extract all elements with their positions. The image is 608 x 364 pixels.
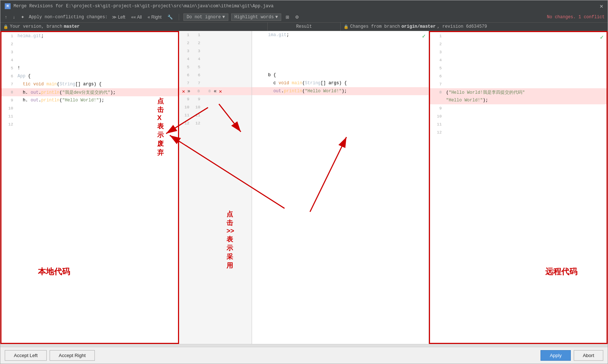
left-line-12: 12 xyxy=(1,120,178,128)
center-check-icon: ✓ xyxy=(422,32,426,40)
center-line-12 xyxy=(252,119,429,127)
footer-right: Apply Abort xyxy=(541,350,603,361)
right-header-label: Changes from branch xyxy=(350,24,400,29)
accept-left-button[interactable]: Accept Left xyxy=(5,350,47,361)
dropdown-arrow2-icon: ▼ xyxy=(275,15,278,20)
left-diff-pane[interactable]: 1 heima.git; 2 3 4 5 ! xyxy=(0,31,179,344)
mid-row-9: 9 9 xyxy=(179,95,252,103)
center-diff-pane[interactable]: ✓ ima.git; xyxy=(252,31,429,344)
center-line-2 xyxy=(252,39,429,47)
center-line-6: b { xyxy=(252,71,429,79)
left-line-6: 6 App { xyxy=(1,72,178,80)
reject-left-button[interactable]: ✕ xyxy=(181,88,186,94)
highlight-words-dropdown[interactable]: Highlight words ▼ xyxy=(231,13,281,21)
left-line-1: 1 heima.git; xyxy=(1,32,178,40)
all-button[interactable]: «« All xyxy=(129,14,143,20)
left-line-9: 9 h. out.println("Hello World!"); xyxy=(1,96,178,104)
mid-row-8: ✕ » 8 8 « ✕ xyxy=(179,87,252,95)
middle-controls: 1 1 2 2 3 3 4 4 5 5 xyxy=(179,31,252,127)
left-line-11: 11 xyxy=(1,112,178,120)
center-line-4 xyxy=(252,55,429,63)
mid-row-5: 5 5 xyxy=(179,63,252,71)
header-row: 🔒 Your version, branch master Result 🔒 C… xyxy=(0,23,608,31)
footer-left: Accept Left Accept Right xyxy=(5,350,95,361)
mid-row-11: 11 11 xyxy=(179,111,252,119)
left-line-5: 5 ! xyxy=(1,64,178,72)
middle-result-pane[interactable]: 1 1 2 2 3 3 4 4 5 5 xyxy=(179,31,252,344)
right-line-3: 3 xyxy=(430,48,607,56)
mid-row-7: 7 7 xyxy=(179,79,252,87)
status-area: No changes. 1 conflict xyxy=(547,15,605,20)
merge-window: M Merge Revisions for E:\project-sk\git-… xyxy=(0,0,608,364)
mid-row-12: 12 12 xyxy=(179,119,252,127)
left-line-8: 8 h. out.println("我是dev分支提交的代"); xyxy=(1,88,178,96)
center-header: Result xyxy=(268,23,341,31)
center-code-lines: ima.git; xyxy=(252,31,429,127)
right-branch-name: origin/master xyxy=(402,24,436,29)
right-line-6: 6 xyxy=(430,72,607,80)
right-line-9: 9 xyxy=(430,104,607,112)
left-header: 🔒 Your version, branch master xyxy=(0,23,268,31)
center-line-11 xyxy=(252,111,429,119)
left-line-10: 10 xyxy=(1,104,178,112)
left-header-label: Your version, branch xyxy=(10,24,62,29)
columns-button[interactable]: ⊞ xyxy=(284,14,291,20)
left-line-7: 7 tic void main(String[] args) { xyxy=(1,80,178,88)
up-arrow-button[interactable]: ↑ xyxy=(3,14,8,20)
accept-right-button[interactable]: « xyxy=(213,88,217,94)
mid-row-10: 10 10 xyxy=(179,103,252,111)
mid-row-6: 6 6 xyxy=(179,71,252,79)
right-check-icon: ✓ xyxy=(600,34,604,41)
do-not-ignore-dropdown[interactable]: Do not ignore ▼ xyxy=(183,13,228,21)
center-line-1: ima.git; xyxy=(252,31,429,39)
right-line-1: 1 xyxy=(430,32,607,40)
center-line-7: c void main(String[] args) { xyxy=(252,79,429,87)
title-bar-left: M Merge Revisions for E:\project-sk\git-… xyxy=(5,3,274,9)
apply-label: Apply non-conflicting changes: xyxy=(29,15,108,20)
reject-right-button[interactable]: ✕ xyxy=(217,88,223,94)
local-code-label: 本地代码 xyxy=(38,266,70,277)
window-title: Merge Revisions for E:\project-sk\git-pr… xyxy=(13,4,274,9)
content-area: 1 heima.git; 2 3 4 5 ! xyxy=(0,31,608,344)
left-branch-name: master xyxy=(64,24,80,29)
dropdown-arrow-icon: ▼ xyxy=(222,15,225,20)
status-text: No changes. 1 conflict xyxy=(547,15,605,20)
right-line-8a: 8 ("Hello World!我是李四提交的代码" xyxy=(430,88,607,96)
scrollbar[interactable] xyxy=(0,344,608,347)
left-line-2: 2 xyxy=(1,40,178,48)
left-code-lines: 1 heima.git; 2 3 4 5 ! xyxy=(1,32,178,128)
window-icon: M xyxy=(5,3,11,9)
center-line-9 xyxy=(252,95,429,103)
right-line-11: 11 xyxy=(430,120,607,128)
mid-row-4: 4 4 xyxy=(179,55,252,63)
mid-row-2: 2 2 xyxy=(179,39,252,47)
accept-left-button[interactable]: » xyxy=(186,88,191,94)
right-header: 🔒 Changes from branch origin/master , re… xyxy=(341,23,608,31)
left-line-4: 4 xyxy=(1,56,178,64)
center-line-3 xyxy=(252,47,429,55)
toolbar: ↑ ↓ ✦ Apply non-conflicting changes: ≫ L… xyxy=(0,12,608,23)
close-button[interactable]: ✕ xyxy=(600,3,603,10)
left-button[interactable]: ≫ Left xyxy=(111,14,127,20)
accept-right-button[interactable]: Accept Right xyxy=(50,350,95,361)
settings-button[interactable]: ⚙ xyxy=(294,14,301,20)
center-line-8: out.println("Hello World!"); xyxy=(252,87,429,95)
right-diff-pane[interactable]: ✓ 1 2 3 4 5 xyxy=(429,31,608,344)
divider1 xyxy=(179,14,179,20)
right-revision-text: , revision 6d634579 xyxy=(437,24,487,29)
wrench-button[interactable]: 🔧 xyxy=(166,14,174,20)
down-arrow-button[interactable]: ↓ xyxy=(11,14,16,20)
center-line-5 xyxy=(252,63,429,71)
apply-button[interactable]: Apply xyxy=(541,350,571,361)
lock-icon-right: 🔒 xyxy=(344,24,349,29)
magic-button[interactable]: ✦ xyxy=(19,14,26,20)
abort-button[interactable]: Abort xyxy=(574,350,603,361)
right-button[interactable]: « Right xyxy=(146,14,163,20)
right-line-7: 7 xyxy=(430,80,607,88)
right-line-12: 12 xyxy=(430,128,607,136)
left-line-3: 3 xyxy=(1,48,178,56)
right-line-8b: "Hello World!"); xyxy=(430,96,607,104)
mid-row-1: 1 1 xyxy=(179,31,252,39)
lock-icon-left: 🔒 xyxy=(3,24,8,29)
right-line-2: 2 xyxy=(430,40,607,48)
